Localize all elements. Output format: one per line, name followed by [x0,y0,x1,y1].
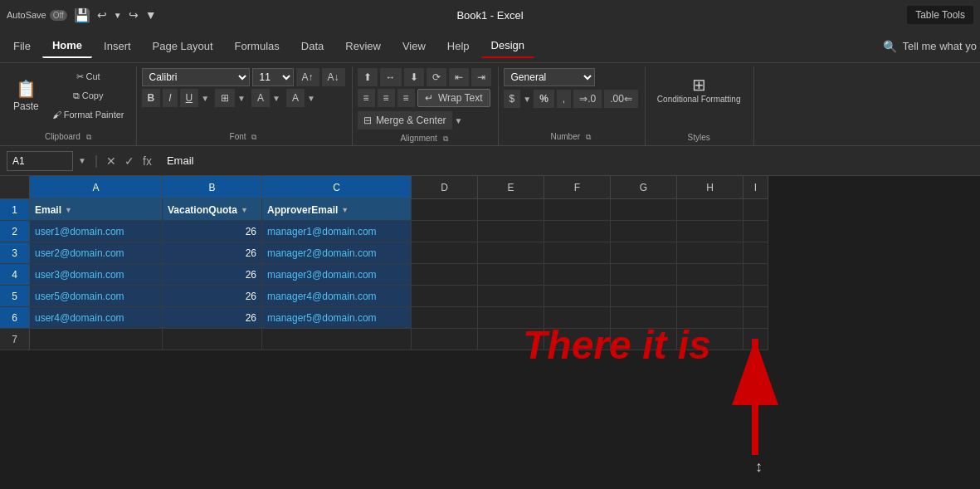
percent-button[interactable]: % [534,90,554,108]
paste-button[interactable]: 📋 Paste [7,71,46,120]
cell-H4[interactable] [677,264,744,286]
cell-B6[interactable]: 26 [163,307,262,329]
increase-decimal-button[interactable]: ⇒.0 [573,90,602,108]
cell-H5[interactable] [677,286,744,307]
cell-G3[interactable] [611,242,677,264]
cell-G5[interactable] [611,286,677,307]
col-header-I[interactable]: I [744,176,768,199]
cell-C7[interactable] [262,329,412,350]
cell-H1[interactable] [677,199,744,221]
cell-D5[interactable] [412,286,478,307]
menu-search[interactable]: 🔍 Tell me what yo [883,40,977,53]
cell-H3[interactable] [677,242,744,264]
cut-button[interactable]: ✂ Cut [47,68,129,86]
borders-button[interactable]: ⊞ [215,89,235,107]
cell-A4[interactable]: user3@domain.com [30,264,163,286]
clipboard-dialog-icon[interactable]: ⧉ [86,133,91,141]
cell-C6[interactable]: manager5@domain.com [262,307,412,329]
formula-input[interactable] [162,153,973,169]
cell-E3[interactable] [478,242,544,264]
borders-dropdown-icon[interactable]: ▼ [237,94,246,103]
row-header-1[interactable]: 1 [0,199,30,221]
fill-color-dropdown-icon[interactable]: ▼ [272,94,280,103]
align-left-button[interactable]: ≡ [358,89,375,107]
cell-F5[interactable] [544,286,611,307]
formula-fx-icon[interactable]: fx [143,154,152,168]
cell-E5[interactable] [478,286,544,307]
cell-I7[interactable] [744,329,768,350]
cell-C5[interactable]: manager4@domain.com [262,286,412,307]
cell-F1[interactable] [544,199,611,221]
cell-I3[interactable] [744,242,768,264]
cell-F4[interactable] [544,264,611,286]
align-center-button[interactable]: ≡ [378,89,395,107]
cell-I1[interactable] [744,199,768,221]
menu-view[interactable]: View [392,35,436,57]
col-header-E[interactable]: E [478,176,544,199]
cell-D3[interactable] [412,242,478,264]
cell-I5[interactable] [744,286,768,307]
row-header-2[interactable]: 2 [0,221,30,242]
col-header-F[interactable]: F [544,176,611,199]
formula-confirm-icon[interactable]: ✓ [124,154,134,168]
cell-C3[interactable]: manager2@domain.com [262,242,412,264]
underline-dropdown-icon[interactable]: ▼ [201,94,209,103]
menu-formulas[interactable]: Formulas [225,35,290,57]
cell-A5[interactable]: user5@domain.com [30,286,163,307]
menu-home[interactable]: Home [42,34,92,58]
cell-G2[interactable] [611,221,677,242]
merge-center-button[interactable]: ⊟ Merge & Center [358,111,452,130]
cell-E4[interactable] [478,264,544,286]
menu-data[interactable]: Data [291,35,334,57]
number-dialog-icon[interactable]: ⧉ [586,133,591,141]
cell-F7[interactable] [544,329,611,350]
decrease-font-button[interactable]: A↓ [322,68,345,86]
formula-cancel-icon[interactable]: ✕ [106,154,116,168]
redo-icon[interactable]: ↪ [129,8,139,22]
bold-button[interactable]: B [142,89,161,107]
cell-E1[interactable] [478,199,544,221]
indent-decrease-button[interactable]: ⇤ [449,68,469,86]
cell-E7[interactable] [478,329,544,350]
cell-D2[interactable] [412,221,478,242]
decrease-decimal-button[interactable]: .00⇐ [604,90,638,108]
cell-B7[interactable] [163,329,262,350]
currency-dropdown-icon[interactable]: ▼ [523,95,531,104]
row-header-6[interactable]: 6 [0,307,30,329]
dropdown-arrow-A1[interactable]: ▼ [65,206,72,214]
menu-page-layout[interactable]: Page Layout [143,35,223,57]
cell-E2[interactable] [478,221,544,242]
col-header-G[interactable]: G [611,176,677,199]
cell-I2[interactable] [744,221,768,242]
cell-C4[interactable]: manager3@domain.com [262,264,412,286]
cell-A7[interactable] [30,329,163,350]
cell-I4[interactable] [744,264,768,286]
cell-B1[interactable]: VacationQuota▼ [163,199,262,221]
italic-button[interactable]: I [163,89,177,107]
increase-font-button[interactable]: A↑ [296,68,319,86]
menu-design[interactable]: Design [481,34,534,58]
fill-color-button[interactable]: A [251,89,270,107]
cell-D1[interactable] [412,199,478,221]
cell-I6[interactable] [744,307,768,329]
menu-insert[interactable]: Insert [94,35,141,57]
comma-button[interactable]: , [557,90,571,108]
align-bottom-button[interactable]: ⬇ [404,68,424,86]
row-header-5[interactable]: 5 [0,286,30,307]
save-icon[interactable]: 💾 [74,7,90,23]
cell-B4[interactable]: 26 [163,264,262,286]
indent-increase-button[interactable]: ⇥ [471,68,491,86]
cell-G7[interactable] [611,329,677,350]
cell-F3[interactable] [544,242,611,264]
cell-D4[interactable] [412,264,478,286]
font-name-select[interactable]: Calibri [142,68,250,86]
table-tools-tab[interactable]: Table Tools [907,6,973,24]
alignment-dialog-icon[interactable]: ⧉ [443,134,448,143]
currency-button[interactable]: $ [504,90,521,108]
font-color-button[interactable]: A [286,89,305,107]
cell-H2[interactable] [677,221,744,242]
cell-G6[interactable] [611,307,677,329]
row-header-7[interactable]: 7 [0,329,30,350]
cell-C1[interactable]: ApproverEmail▼ [262,199,412,221]
col-header-D[interactable]: D [412,176,478,199]
